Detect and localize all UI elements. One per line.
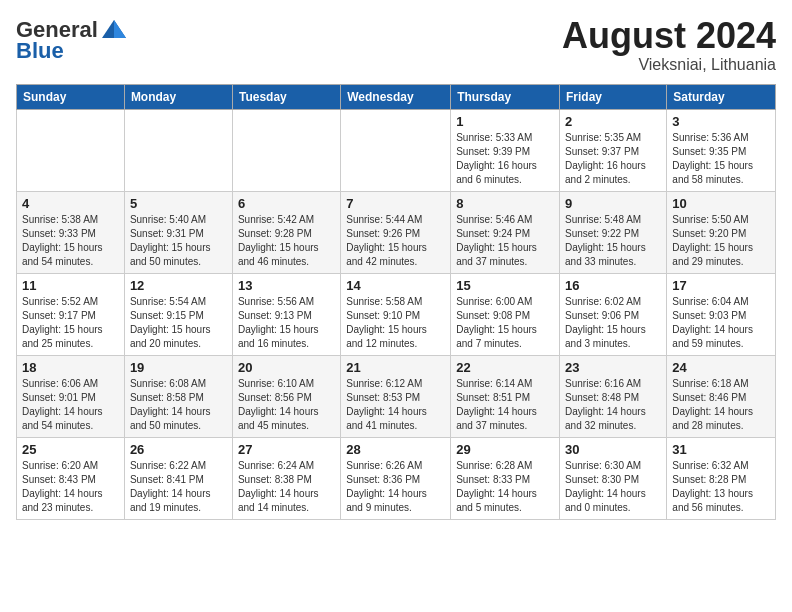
day-number: 2 xyxy=(565,114,661,129)
day-info: Sunrise: 5:40 AMSunset: 9:31 PMDaylight:… xyxy=(130,213,227,269)
day-info: Sunrise: 5:48 AMSunset: 9:22 PMDaylight:… xyxy=(565,213,661,269)
page-header: General Blue August 2024 Vieksniai, Lith… xyxy=(16,16,776,74)
day-info: Sunrise: 6:16 AMSunset: 8:48 PMDaylight:… xyxy=(565,377,661,433)
day-info: Sunrise: 6:06 AMSunset: 9:01 PMDaylight:… xyxy=(22,377,119,433)
day-number: 14 xyxy=(346,278,445,293)
weekday-header: Monday xyxy=(124,84,232,109)
day-info: Sunrise: 5:33 AMSunset: 9:39 PMDaylight:… xyxy=(456,131,554,187)
calendar-week-row: 18Sunrise: 6:06 AMSunset: 9:01 PMDayligh… xyxy=(17,355,776,437)
title-block: August 2024 Vieksniai, Lithuania xyxy=(562,16,776,74)
weekday-header: Sunday xyxy=(17,84,125,109)
day-info: Sunrise: 6:00 AMSunset: 9:08 PMDaylight:… xyxy=(456,295,554,351)
calendar-cell: 3Sunrise: 5:36 AMSunset: 9:35 PMDaylight… xyxy=(667,109,776,191)
day-number: 23 xyxy=(565,360,661,375)
calendar-cell xyxy=(124,109,232,191)
day-number: 15 xyxy=(456,278,554,293)
day-number: 19 xyxy=(130,360,227,375)
calendar-week-row: 11Sunrise: 5:52 AMSunset: 9:17 PMDayligh… xyxy=(17,273,776,355)
calendar-cell: 2Sunrise: 5:35 AMSunset: 9:37 PMDaylight… xyxy=(560,109,667,191)
day-info: Sunrise: 5:46 AMSunset: 9:24 PMDaylight:… xyxy=(456,213,554,269)
calendar-cell: 1Sunrise: 5:33 AMSunset: 9:39 PMDaylight… xyxy=(451,109,560,191)
logo: General Blue xyxy=(16,16,128,64)
day-info: Sunrise: 5:35 AMSunset: 9:37 PMDaylight:… xyxy=(565,131,661,187)
calendar-cell: 13Sunrise: 5:56 AMSunset: 9:13 PMDayligh… xyxy=(232,273,340,355)
day-info: Sunrise: 6:22 AMSunset: 8:41 PMDaylight:… xyxy=(130,459,227,515)
calendar-cell: 15Sunrise: 6:00 AMSunset: 9:08 PMDayligh… xyxy=(451,273,560,355)
day-info: Sunrise: 5:44 AMSunset: 9:26 PMDaylight:… xyxy=(346,213,445,269)
day-info: Sunrise: 5:52 AMSunset: 9:17 PMDaylight:… xyxy=(22,295,119,351)
day-number: 16 xyxy=(565,278,661,293)
day-number: 18 xyxy=(22,360,119,375)
calendar-cell: 23Sunrise: 6:16 AMSunset: 8:48 PMDayligh… xyxy=(560,355,667,437)
calendar-cell: 25Sunrise: 6:20 AMSunset: 8:43 PMDayligh… xyxy=(17,437,125,519)
day-info: Sunrise: 6:18 AMSunset: 8:46 PMDaylight:… xyxy=(672,377,770,433)
day-number: 4 xyxy=(22,196,119,211)
calendar-header-row: SundayMondayTuesdayWednesdayThursdayFrid… xyxy=(17,84,776,109)
calendar-cell: 26Sunrise: 6:22 AMSunset: 8:41 PMDayligh… xyxy=(124,437,232,519)
day-info: Sunrise: 6:28 AMSunset: 8:33 PMDaylight:… xyxy=(456,459,554,515)
day-number: 27 xyxy=(238,442,335,457)
day-info: Sunrise: 5:54 AMSunset: 9:15 PMDaylight:… xyxy=(130,295,227,351)
calendar-cell: 9Sunrise: 5:48 AMSunset: 9:22 PMDaylight… xyxy=(560,191,667,273)
weekday-header: Thursday xyxy=(451,84,560,109)
calendar-cell: 11Sunrise: 5:52 AMSunset: 9:17 PMDayligh… xyxy=(17,273,125,355)
day-info: Sunrise: 5:38 AMSunset: 9:33 PMDaylight:… xyxy=(22,213,119,269)
calendar-cell: 17Sunrise: 6:04 AMSunset: 9:03 PMDayligh… xyxy=(667,273,776,355)
day-number: 28 xyxy=(346,442,445,457)
day-number: 9 xyxy=(565,196,661,211)
calendar-cell xyxy=(17,109,125,191)
calendar-cell xyxy=(341,109,451,191)
calendar-cell: 14Sunrise: 5:58 AMSunset: 9:10 PMDayligh… xyxy=(341,273,451,355)
day-number: 30 xyxy=(565,442,661,457)
calendar-cell: 10Sunrise: 5:50 AMSunset: 9:20 PMDayligh… xyxy=(667,191,776,273)
month-title: August 2024 xyxy=(562,16,776,56)
calendar-cell: 24Sunrise: 6:18 AMSunset: 8:46 PMDayligh… xyxy=(667,355,776,437)
weekday-header: Wednesday xyxy=(341,84,451,109)
day-number: 1 xyxy=(456,114,554,129)
calendar-week-row: 25Sunrise: 6:20 AMSunset: 8:43 PMDayligh… xyxy=(17,437,776,519)
calendar-cell: 5Sunrise: 5:40 AMSunset: 9:31 PMDaylight… xyxy=(124,191,232,273)
logo-icon xyxy=(100,16,128,44)
day-info: Sunrise: 6:08 AMSunset: 8:58 PMDaylight:… xyxy=(130,377,227,433)
calendar-cell: 29Sunrise: 6:28 AMSunset: 8:33 PMDayligh… xyxy=(451,437,560,519)
day-number: 10 xyxy=(672,196,770,211)
day-number: 5 xyxy=(130,196,227,211)
calendar-cell: 27Sunrise: 6:24 AMSunset: 8:38 PMDayligh… xyxy=(232,437,340,519)
day-number: 6 xyxy=(238,196,335,211)
weekday-header: Tuesday xyxy=(232,84,340,109)
day-info: Sunrise: 6:32 AMSunset: 8:28 PMDaylight:… xyxy=(672,459,770,515)
day-number: 12 xyxy=(130,278,227,293)
location: Vieksniai, Lithuania xyxy=(562,56,776,74)
day-number: 29 xyxy=(456,442,554,457)
calendar-table: SundayMondayTuesdayWednesdayThursdayFrid… xyxy=(16,84,776,520)
calendar-week-row: 1Sunrise: 5:33 AMSunset: 9:39 PMDaylight… xyxy=(17,109,776,191)
day-info: Sunrise: 5:42 AMSunset: 9:28 PMDaylight:… xyxy=(238,213,335,269)
logo-blue-text: Blue xyxy=(16,38,64,64)
day-number: 8 xyxy=(456,196,554,211)
calendar-cell: 16Sunrise: 6:02 AMSunset: 9:06 PMDayligh… xyxy=(560,273,667,355)
calendar-cell xyxy=(232,109,340,191)
day-info: Sunrise: 6:14 AMSunset: 8:51 PMDaylight:… xyxy=(456,377,554,433)
calendar-cell: 4Sunrise: 5:38 AMSunset: 9:33 PMDaylight… xyxy=(17,191,125,273)
calendar-cell: 8Sunrise: 5:46 AMSunset: 9:24 PMDaylight… xyxy=(451,191,560,273)
day-number: 31 xyxy=(672,442,770,457)
day-number: 21 xyxy=(346,360,445,375)
calendar-cell: 19Sunrise: 6:08 AMSunset: 8:58 PMDayligh… xyxy=(124,355,232,437)
day-number: 22 xyxy=(456,360,554,375)
day-info: Sunrise: 5:36 AMSunset: 9:35 PMDaylight:… xyxy=(672,131,770,187)
day-number: 7 xyxy=(346,196,445,211)
calendar-cell: 21Sunrise: 6:12 AMSunset: 8:53 PMDayligh… xyxy=(341,355,451,437)
day-number: 20 xyxy=(238,360,335,375)
day-info: Sunrise: 5:56 AMSunset: 9:13 PMDaylight:… xyxy=(238,295,335,351)
calendar-cell: 7Sunrise: 5:44 AMSunset: 9:26 PMDaylight… xyxy=(341,191,451,273)
day-info: Sunrise: 6:04 AMSunset: 9:03 PMDaylight:… xyxy=(672,295,770,351)
day-info: Sunrise: 6:24 AMSunset: 8:38 PMDaylight:… xyxy=(238,459,335,515)
calendar-cell: 6Sunrise: 5:42 AMSunset: 9:28 PMDaylight… xyxy=(232,191,340,273)
day-info: Sunrise: 6:20 AMSunset: 8:43 PMDaylight:… xyxy=(22,459,119,515)
calendar-cell: 31Sunrise: 6:32 AMSunset: 8:28 PMDayligh… xyxy=(667,437,776,519)
svg-marker-1 xyxy=(114,20,126,38)
day-number: 13 xyxy=(238,278,335,293)
day-info: Sunrise: 6:10 AMSunset: 8:56 PMDaylight:… xyxy=(238,377,335,433)
day-number: 24 xyxy=(672,360,770,375)
calendar-cell: 22Sunrise: 6:14 AMSunset: 8:51 PMDayligh… xyxy=(451,355,560,437)
